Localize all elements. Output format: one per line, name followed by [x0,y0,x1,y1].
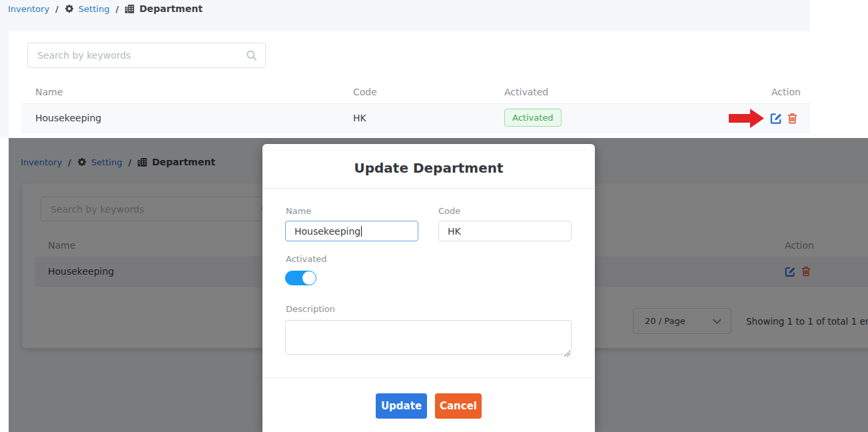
breadcrumb-separator: / [114,4,120,14]
gear-icon [65,4,74,13]
table-row: Housekeeping HK Activated [21,103,810,133]
description-field[interactable] [285,320,572,355]
department-edit-screen: Inventory / Setting / Department Name Co… [9,138,868,432]
department-list-screen: Inventory / Setting / Department Name Co… [0,0,868,138]
search-icon [246,50,257,61]
status-badge: Activated [504,109,562,127]
search-input[interactable] [27,43,266,68]
column-header-code: Code [353,87,377,97]
trash-icon [787,113,797,126]
modal-title: Update Department [262,160,595,176]
text-cursor [361,226,362,237]
breadcrumb-inventory[interactable]: Inventory [8,4,49,14]
row-name-cell: Housekeeping [35,113,101,123]
code-field-label: Code [438,206,460,216]
screen: Inventory / Setting / Department Name Co… [0,0,868,432]
name-field-label: Name [286,206,311,216]
cancel-button[interactable]: Cancel [435,393,482,419]
name-field[interactable]: Housekeeping [285,221,418,241]
arrow-right-icon [729,108,765,131]
column-header-name: Name [35,87,63,97]
edit-icon [770,112,783,127]
delete-button[interactable] [787,113,797,126]
description-field-label: Description [286,304,335,314]
activated-toggle-label: Activated [286,254,327,264]
breadcrumb-department: Department [139,3,203,14]
row-code-cell: HK [353,113,366,123]
search-input-field[interactable] [28,43,265,67]
column-header-action: Action [771,87,801,97]
edit-button[interactable] [770,112,783,127]
code-field[interactable]: HK [438,221,572,241]
update-department-modal: Update Department Name Housekeeping Code… [262,144,595,432]
activated-toggle[interactable] [285,271,316,285]
modal-footer: Update Cancel [262,393,595,419]
breadcrumb: Inventory / Setting / Department [8,3,203,14]
update-button[interactable]: Update [376,393,427,419]
name-field-value: Housekeeping [294,226,360,237]
toggle-knob [302,271,316,285]
column-header-activated: Activated [504,87,548,97]
breadcrumb-setting[interactable]: Setting [79,4,110,14]
building-icon [125,4,135,13]
code-field-value: HK [448,226,461,237]
breadcrumb-separator: / [54,4,60,14]
